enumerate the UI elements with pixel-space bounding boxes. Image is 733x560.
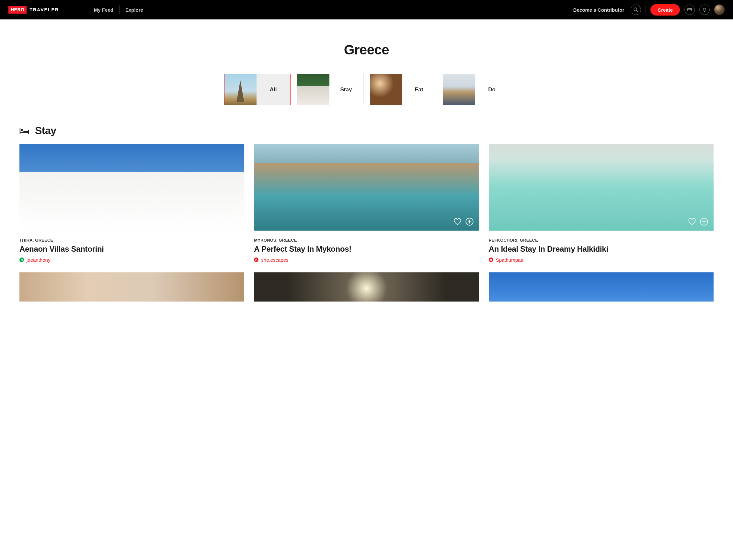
content: Stay THIRA, GREECE Aenaon Villas Santori… xyxy=(0,125,733,302)
filter-tab-all[interactable]: All xyxy=(224,74,291,105)
card-image xyxy=(19,144,244,231)
filter-tab-eat[interactable]: Eat xyxy=(370,74,436,105)
mail-icon[interactable] xyxy=(684,5,695,15)
author-badge-icon: H xyxy=(19,257,24,262)
card-image xyxy=(254,144,479,231)
search-icon[interactable] xyxy=(631,5,641,15)
section-header-stay: Stay xyxy=(19,125,714,137)
filter-tab-stay[interactable]: Stay xyxy=(297,74,363,105)
author-badge-icon: H xyxy=(489,257,493,262)
story-card[interactable] xyxy=(254,272,479,302)
heart-icon[interactable] xyxy=(218,217,227,226)
filter-thumb-eat xyxy=(370,74,402,105)
nav-left: My Feed Explore xyxy=(88,6,149,14)
nav-my-feed[interactable]: My Feed xyxy=(88,7,119,13)
logo-traveler: TRAVELER xyxy=(29,7,59,12)
logo[interactable]: HERO TRAVELER xyxy=(8,6,59,14)
filter-thumb-stay xyxy=(297,74,329,105)
header: HERO TRAVELER My Feed Explore Become a C… xyxy=(0,0,733,19)
nav-explore[interactable]: Explore xyxy=(120,7,149,13)
filter-tab-do[interactable]: Do xyxy=(443,74,509,105)
card-image xyxy=(489,144,714,231)
card-title: An Ideal Stay In Dreamy Halkidiki xyxy=(489,245,714,254)
story-card[interactable]: THIRA, GREECE Aenaon Villas Santorini H … xyxy=(19,144,244,263)
card-grid: THIRA, GREECE Aenaon Villas Santorini H … xyxy=(19,144,714,302)
bed-icon xyxy=(19,127,29,135)
card-actions xyxy=(218,217,239,226)
bell-icon[interactable] xyxy=(699,5,710,15)
story-card[interactable] xyxy=(489,272,714,302)
heart-icon[interactable] xyxy=(688,217,696,226)
section-title: Stay xyxy=(35,125,56,137)
svg-line-1 xyxy=(636,10,638,12)
card-title: Aenaon Villas Santorini xyxy=(19,245,244,254)
logo-hero: HERO xyxy=(8,6,27,14)
author-badge-icon: H xyxy=(254,257,258,262)
svg-point-7 xyxy=(21,129,23,131)
card-author[interactable]: H Spathumpaa xyxy=(489,257,714,263)
card-location: MYKONOS, GREECE xyxy=(254,238,479,243)
author-name: Spathumpaa xyxy=(496,257,523,263)
card-actions xyxy=(688,217,708,226)
avatar[interactable] xyxy=(714,5,725,15)
story-card[interactable]: PEFKOCHORI, GREECE An Ideal Stay In Drea… xyxy=(489,144,714,263)
page-title: Greece xyxy=(0,42,733,58)
card-author[interactable]: H joeanthony xyxy=(19,257,244,263)
story-card[interactable] xyxy=(19,272,244,302)
filter-tabs: All Stay Eat Do xyxy=(0,74,733,105)
become-contributor-link[interactable]: Become a Contributor xyxy=(573,7,624,13)
heart-icon[interactable] xyxy=(453,217,462,226)
story-card[interactable]: MYKONOS, GREECE A Perfect Stay In Mykono… xyxy=(254,144,479,263)
card-image xyxy=(254,272,479,302)
card-title: A Perfect Stay In Mykonos! xyxy=(254,245,479,254)
card-author[interactable]: H she.escapes xyxy=(254,257,479,263)
card-image xyxy=(19,272,244,302)
filter-label: Eat xyxy=(402,74,436,105)
card-actions xyxy=(453,217,474,226)
filter-label: Stay xyxy=(329,74,363,105)
filter-label: All xyxy=(257,74,290,105)
author-name: she.escapes xyxy=(261,257,288,263)
nav-right: Become a Contributor Create xyxy=(573,4,725,16)
filter-thumb-all xyxy=(224,74,257,105)
author-name: joeanthony xyxy=(27,257,50,263)
filter-thumb-do xyxy=(443,74,475,105)
card-location: THIRA, GREECE xyxy=(19,238,244,243)
add-icon[interactable] xyxy=(230,217,239,226)
filter-label: Do xyxy=(475,74,509,105)
create-button[interactable]: Create xyxy=(650,4,680,16)
divider xyxy=(646,6,646,14)
add-icon[interactable] xyxy=(465,217,474,226)
card-location: PEFKOCHORI, GREECE xyxy=(489,238,714,243)
card-image xyxy=(489,272,714,302)
add-icon[interactable] xyxy=(700,217,708,226)
svg-point-0 xyxy=(634,8,637,11)
